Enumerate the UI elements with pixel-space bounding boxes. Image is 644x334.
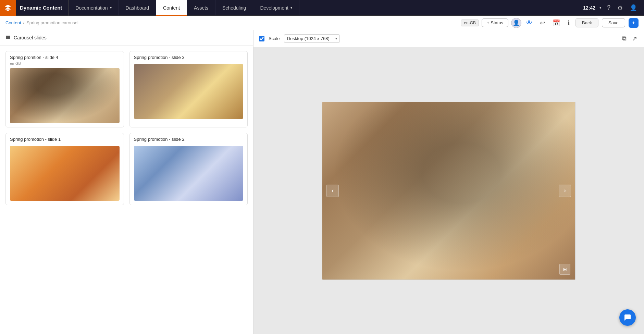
second-bar-right: 👁 ↩ 📅 ℹ Back Save +: [524, 18, 639, 28]
nav-items: Documentation ▾ Dashboard Content Assets…: [69, 0, 578, 16]
eye-button[interactable]: 👁: [524, 18, 534, 28]
nav-item-dashboard[interactable]: Dashboard: [119, 0, 157, 16]
copy-button[interactable]: ⧉: [621, 34, 628, 44]
info-button[interactable]: ℹ: [566, 18, 572, 28]
slide-card-subtitle: [6, 143, 124, 146]
history-button[interactable]: ↩: [538, 18, 547, 28]
left-panel: Carousel slides Spring promtion - slide …: [0, 30, 253, 334]
preview-toolbar: Scale Desktop (1024 x 768) Mobile (375 x…: [253, 30, 644, 47]
nav-right: 12:42 ▾ ? ⚙ 👤: [578, 3, 644, 13]
breadcrumb-separator: /: [23, 20, 25, 25]
nav-brand: Dynamic Content: [16, 0, 69, 16]
prev-slide-button[interactable]: ‹: [326, 185, 339, 197]
nav-item-assets[interactable]: Assets: [187, 0, 215, 16]
slide-card-4[interactable]: Spring promtion - slide 4 en-GB: [5, 51, 124, 127]
publish-icon: +: [632, 20, 635, 26]
slide-photo-4: [10, 68, 120, 123]
save-button[interactable]: Save: [602, 18, 625, 27]
nav-item-content[interactable]: Content: [156, 0, 187, 16]
resolution-select[interactable]: Desktop (1024 x 768) Mobile (375 x 667) …: [284, 34, 340, 43]
language-badge[interactable]: en-GB: [461, 20, 479, 26]
nav-item-documentation[interactable]: Documentation ▾: [69, 0, 119, 16]
app-logo[interactable]: [0, 0, 16, 16]
avatar-icon: 👤: [513, 20, 520, 26]
preview-photo: ‹ › ⊞: [322, 102, 575, 280]
clock-display: 12:42: [583, 5, 595, 11]
carousel-icon: [5, 35, 11, 40]
top-nav: Dynamic Content Documentation ▾ Dashboar…: [0, 0, 644, 16]
slide-card-title: Spring promotion - slide 1: [6, 133, 124, 143]
slide-card-title: Spring promtion - slide 4: [6, 51, 124, 61]
preview-nav-icon[interactable]: ⊞: [559, 264, 570, 275]
next-slide-button[interactable]: ›: [559, 185, 571, 197]
publish-button[interactable]: +: [629, 18, 639, 28]
breadcrumb-current: Spring promotion carousel: [26, 20, 78, 25]
resolution-select-wrap: Desktop (1024 x 768) Mobile (375 x 667) …: [284, 34, 340, 43]
slide-card-title: Spring promotion - slide 3: [130, 51, 248, 61]
nav-item-scheduling[interactable]: Scheduling: [215, 0, 253, 16]
slide-card-1[interactable]: Spring promotion - slide 1: [5, 133, 124, 205]
chevron-down-icon: ▾: [290, 6, 292, 10]
breadcrumb-content-link[interactable]: Content: [5, 20, 21, 25]
slide-image-1: [10, 146, 120, 201]
preview-area: ‹ › ⊞: [253, 47, 644, 334]
slide-card-2[interactable]: Spring promotion - slide 2: [129, 133, 248, 205]
external-link-button[interactable]: ↗: [631, 34, 639, 44]
scale-label: Scale: [269, 36, 280, 41]
preview-actions: ⧉ ↗: [621, 34, 639, 44]
slide-card-subtitle: [130, 61, 248, 64]
preview-frame: ‹ › ⊞: [322, 102, 575, 280]
second-bar: Content / Spring promotion carousel en-G…: [0, 16, 644, 30]
slide-photo-2: [134, 146, 244, 201]
chat-button[interactable]: [619, 309, 636, 326]
right-panel: Scale Desktop (1024 x 768) Mobile (375 x…: [253, 30, 644, 334]
avatar-button[interactable]: 👤: [511, 18, 521, 28]
settings-button[interactable]: ⚙: [616, 3, 624, 13]
slide-image-4: [10, 68, 120, 123]
logo-icon: [4, 4, 12, 12]
slide-card-subtitle: en-GB: [6, 61, 124, 68]
slide-photo-3: [134, 64, 244, 119]
chevron-down-icon: ▾: [110, 6, 112, 10]
slide-image-3: [134, 64, 244, 119]
nav-item-development[interactable]: Development ▾: [253, 0, 299, 16]
scale-checkbox[interactable]: [259, 36, 264, 41]
status-button[interactable]: + Status: [482, 18, 508, 27]
slide-image-2: [134, 146, 244, 201]
breadcrumb: Content / Spring promotion carousel: [5, 20, 458, 25]
chevron-down-icon: ▾: [599, 5, 602, 10]
slides-grid: Spring promtion - slide 4 en-GB Spring p…: [0, 46, 253, 211]
calendar-button[interactable]: 📅: [550, 18, 562, 28]
status-button-label: + Status: [487, 20, 503, 25]
slide-photo-1: [10, 146, 120, 201]
slide-card-subtitle: [130, 143, 248, 146]
slide-card-3[interactable]: Spring promotion - slide 3: [129, 51, 248, 127]
main-content: Carousel slides Spring promtion - slide …: [0, 30, 644, 334]
chat-icon: [623, 313, 632, 322]
help-button[interactable]: ?: [606, 3, 612, 13]
user-profile-button[interactable]: 👤: [628, 3, 639, 13]
slide-card-title: Spring promotion - slide 2: [130, 133, 248, 143]
back-button[interactable]: Back: [575, 18, 598, 27]
carousel-slides-header: Carousel slides: [0, 30, 253, 46]
panel-title: Carousel slides: [14, 35, 47, 40]
